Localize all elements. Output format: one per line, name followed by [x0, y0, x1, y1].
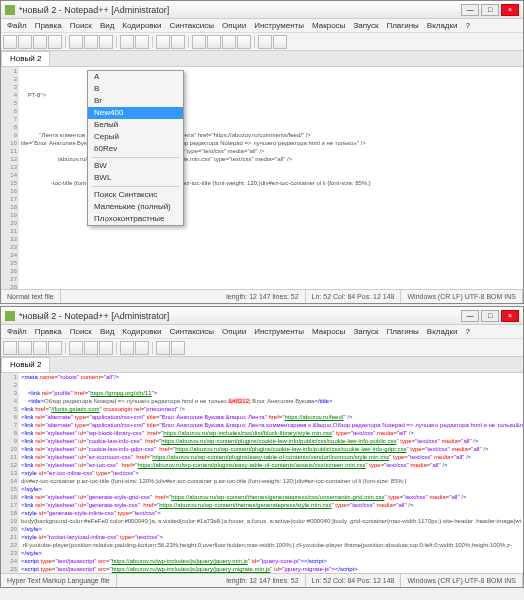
save-all-icon[interactable] [48, 35, 62, 49]
menu-options[interactable]: Опции [218, 325, 250, 338]
editor-area[interactable]: 1234567891011121314151617181920212223242… [1, 373, 523, 573]
zoom-out-icon[interactable] [207, 35, 221, 49]
line-numbers: 1234567891011121314151617181920212223242… [1, 373, 19, 573]
ctx-item[interactable]: Маленькие (полный) [88, 201, 183, 213]
tabbar: Новый 2 [1, 357, 523, 373]
status-position: Ln: 52 Col: 84 Pos: 12 148 [306, 574, 402, 587]
menu-tabs[interactable]: Вкладки [423, 325, 462, 338]
menu-search[interactable]: Поиск [66, 19, 96, 32]
toolbar [1, 33, 523, 51]
window-bottom: *новый 2 - Notepad++ [Administrator] — □… [0, 306, 524, 588]
menu-tabs[interactable]: Вкладки [423, 19, 462, 32]
ctx-item[interactable]: BW [88, 160, 183, 172]
app-icon [5, 311, 15, 321]
find-icon[interactable] [156, 35, 170, 49]
status-length: length: 12 147 lines: 52 [220, 290, 305, 303]
menu-run[interactable]: Запуск [349, 325, 382, 338]
menu-options[interactable]: Опции [218, 19, 250, 32]
menu-view[interactable]: Вид [96, 19, 118, 32]
ctx-item[interactable]: Плохоконтрастные [88, 213, 183, 225]
minimize-button[interactable]: — [461, 310, 479, 322]
redo-icon[interactable] [135, 35, 149, 49]
autocomplete-popup[interactable]: A B Br New400 Белый Серый 60Rev BW BWL П… [87, 70, 184, 226]
cut-icon[interactable] [69, 341, 83, 355]
ctx-item[interactable]: Серый [88, 131, 183, 143]
document-tab[interactable]: Новый 2 [1, 51, 50, 66]
ctx-item[interactable]: 60Rev [88, 143, 183, 155]
find-icon[interactable] [156, 341, 170, 355]
menu-view[interactable]: Вид [96, 325, 118, 338]
wrap-icon[interactable] [222, 35, 236, 49]
status-position: Ln: 52 Col: 84 Pos: 12 148 [306, 290, 402, 303]
status-length: length: 12 147 lines: 52 [220, 574, 305, 587]
undo-icon[interactable] [120, 35, 134, 49]
ctx-item[interactable]: A [88, 71, 183, 83]
ctx-item[interactable]: Br [88, 95, 183, 107]
maximize-button[interactable]: □ [481, 4, 499, 16]
open-file-icon[interactable] [18, 35, 32, 49]
titlebar[interactable]: *новый 2 - Notepad++ [Administrator] — □… [1, 1, 523, 19]
record-macro-icon[interactable] [258, 35, 272, 49]
menu-encoding[interactable]: Кодировки [118, 19, 165, 32]
line-numbers: 1234567891011121314151617181920212223242… [1, 67, 19, 289]
ctx-item[interactable]: BWL [88, 172, 183, 184]
menubar: Файл Правка Поиск Вид Кодировки Синтакси… [1, 325, 523, 339]
save-icon[interactable] [33, 341, 47, 355]
menu-edit[interactable]: Правка [31, 19, 66, 32]
ctx-item[interactable]: B [88, 83, 183, 95]
window-top: *новый 2 - Notepad++ [Administrator] — □… [0, 0, 524, 304]
paste-icon[interactable] [99, 35, 113, 49]
menu-edit[interactable]: Правка [31, 325, 66, 338]
menu-tools[interactable]: Инструменты [250, 19, 308, 32]
copy-icon[interactable] [84, 341, 98, 355]
app-icon [5, 5, 15, 15]
status-lang: Hyper Text Markup Language file [1, 574, 117, 587]
new-file-icon[interactable] [3, 35, 17, 49]
menu-search[interactable]: Поиск [66, 325, 96, 338]
redo-icon[interactable] [135, 341, 149, 355]
menu-plugins[interactable]: Плагины [382, 325, 422, 338]
menu-syntax[interactable]: Синтаксисы [166, 325, 219, 338]
ctx-item[interactable]: Поиск Синтаксис [88, 189, 183, 201]
new-file-icon[interactable] [3, 341, 17, 355]
menu-help[interactable]: ? [462, 325, 474, 338]
replace-icon[interactable] [171, 35, 185, 49]
menu-macros[interactable]: Макросы [308, 325, 349, 338]
menu-tools[interactable]: Инструменты [250, 325, 308, 338]
close-button[interactable]: × [501, 4, 519, 16]
menu-file[interactable]: Файл [3, 325, 31, 338]
editor-area[interactable]: 1234567891011121314151617181920212223242… [1, 67, 523, 289]
menu-macros[interactable]: Макросы [308, 19, 349, 32]
maximize-button[interactable]: □ [481, 310, 499, 322]
menu-file[interactable]: Файл [3, 19, 31, 32]
minimize-button[interactable]: — [461, 4, 479, 16]
toolbar [1, 339, 523, 357]
statusbar: Normal text file length: 12 147 lines: 5… [1, 289, 523, 303]
menu-encoding[interactable]: Кодировки [118, 325, 165, 338]
statusbar: Hyper Text Markup Language file length: … [1, 573, 523, 587]
window-title: *новый 2 - Notepad++ [Administrator] [19, 311, 461, 321]
menu-run[interactable]: Запуск [349, 19, 382, 32]
menu-syntax[interactable]: Синтаксисы [166, 19, 219, 32]
replace-icon[interactable] [171, 341, 185, 355]
document-tab[interactable]: Новый 2 [1, 357, 50, 372]
cut-icon[interactable] [69, 35, 83, 49]
zoom-in-icon[interactable] [192, 35, 206, 49]
ctx-item[interactable]: Белый [88, 119, 183, 131]
undo-icon[interactable] [120, 341, 134, 355]
copy-icon[interactable] [84, 35, 98, 49]
show-chars-icon[interactable] [237, 35, 251, 49]
menu-plugins[interactable]: Плагины [382, 19, 422, 32]
play-macro-icon[interactable] [273, 35, 287, 49]
titlebar[interactable]: *новый 2 - Notepad++ [Administrator] — □… [1, 307, 523, 325]
save-icon[interactable] [33, 35, 47, 49]
open-file-icon[interactable] [18, 341, 32, 355]
tabbar: Новый 2 [1, 51, 523, 67]
close-button[interactable]: × [501, 310, 519, 322]
menu-help[interactable]: ? [462, 19, 474, 32]
ctx-item[interactable]: New400 [88, 107, 183, 119]
status-encoding: Windows (CR LF) UTF-8 BOM INS [401, 574, 523, 587]
paste-icon[interactable] [99, 341, 113, 355]
save-all-icon[interactable] [48, 341, 62, 355]
status-lang: Normal text file [1, 290, 61, 303]
